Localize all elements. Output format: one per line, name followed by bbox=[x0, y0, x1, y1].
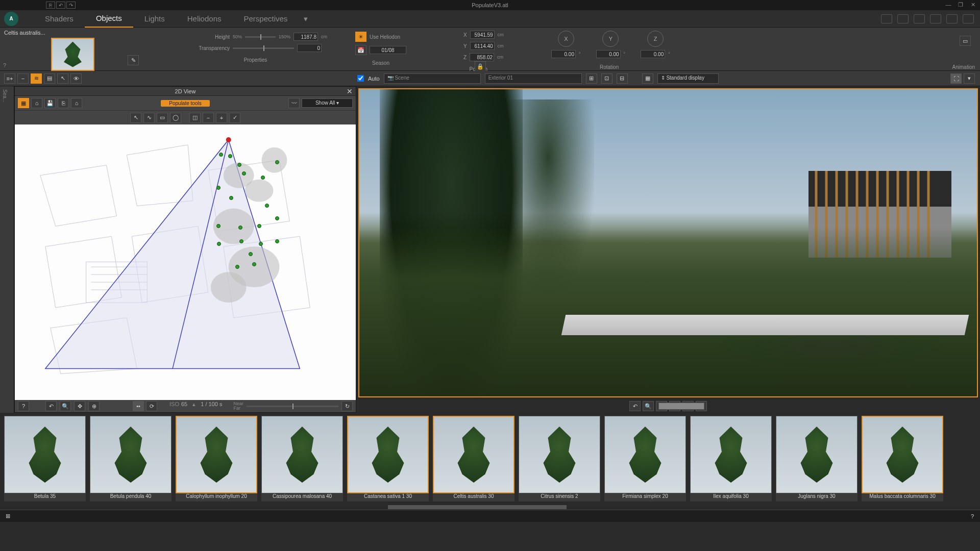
tool-minus[interactable]: − bbox=[17, 73, 29, 84]
catalog-item[interactable]: Citrus sinensis 2 bbox=[519, 416, 600, 502]
tool-layers[interactable]: ≋ bbox=[31, 73, 42, 84]
rc-zoom[interactable]: 🔍 bbox=[643, 401, 654, 411]
view2d-tool-wave[interactable]: 〰 bbox=[288, 98, 300, 108]
animation-toggle[interactable]: ▭ bbox=[960, 36, 971, 46]
rotate-z-button[interactable]: Z bbox=[647, 31, 664, 47]
map-undo[interactable]: ↶ bbox=[45, 401, 57, 411]
auto-checkbox[interactable] bbox=[357, 75, 364, 82]
rc-dots[interactable]: •• bbox=[133, 401, 144, 411]
calendar-icon[interactable]: 📅 bbox=[355, 45, 366, 55]
rot-y-input[interactable] bbox=[596, 50, 621, 58]
catalog-item[interactable]: Betula 35 bbox=[4, 416, 86, 502]
catalog-item[interactable]: Celtis australis 30 bbox=[433, 416, 514, 502]
light-tool-icon[interactable]: ✎ bbox=[128, 55, 139, 65]
rot-x-input[interactable] bbox=[551, 50, 576, 58]
save-icon[interactable]: ⎘ bbox=[46, 2, 55, 9]
map-canvas[interactable] bbox=[15, 124, 356, 400]
menuicon-6[interactable] bbox=[963, 14, 974, 23]
view-dropdown[interactable]: Exterior 01 bbox=[485, 73, 582, 84]
menu-shaders[interactable]: Shaders bbox=[34, 10, 85, 27]
tool-eye[interactable]: 👁 bbox=[70, 73, 82, 84]
shape-minus[interactable]: − bbox=[203, 113, 214, 123]
close-button[interactable]: ✕ bbox=[968, 2, 978, 9]
pos-y-input[interactable] bbox=[470, 42, 495, 50]
maximize-button[interactable]: ❐ bbox=[955, 2, 966, 9]
shape-pointer[interactable]: ↖ bbox=[130, 113, 141, 123]
pos-x-input[interactable] bbox=[470, 31, 495, 39]
close-icon[interactable]: ✕ bbox=[346, 87, 354, 95]
map-move[interactable]: ✥ bbox=[74, 401, 85, 411]
catalog-item[interactable]: Castanea sativa 1 30 bbox=[347, 416, 429, 502]
view-btn-1[interactable]: ⊞ bbox=[586, 73, 597, 84]
shape-curve[interactable]: ∿ bbox=[143, 113, 155, 123]
view2d-tool-export[interactable]: ⎘ bbox=[58, 98, 69, 108]
rotate-y-button[interactable]: Y bbox=[602, 31, 619, 47]
catalog-item[interactable]: Betula pendula 40 bbox=[90, 416, 172, 502]
shape-cube[interactable]: ◫ bbox=[189, 113, 201, 123]
catalog-item[interactable]: Cassipourea malosana 40 bbox=[261, 416, 343, 502]
view2d-tool-grid[interactable]: ▦ bbox=[18, 98, 29, 108]
position-lock-icon[interactable]: 🔒 bbox=[475, 61, 486, 71]
object-thumbnail[interactable] bbox=[51, 38, 94, 71]
menu-perspectives[interactable]: Perspectives bbox=[232, 10, 299, 27]
view-btn-4[interactable]: ▦ bbox=[642, 73, 653, 84]
minimize-button[interactable]: — bbox=[943, 2, 953, 9]
display-mode-dropdown[interactable]: ⇕ Standard display bbox=[657, 73, 719, 84]
redo-icon[interactable]: ↷ bbox=[66, 2, 76, 9]
tool-pointer[interactable]: ↖ bbox=[57, 73, 68, 84]
near-far-slider[interactable] bbox=[247, 406, 338, 407]
catalog-item[interactable]: Calophyllum inophyllum 20 bbox=[176, 416, 257, 502]
sun-icon[interactable]: ☀ bbox=[355, 32, 366, 42]
menu-more[interactable]: ▾ bbox=[299, 10, 313, 28]
catalog-item[interactable]: Juglans nigra 30 bbox=[776, 416, 857, 502]
sb-1[interactable]: ⊞ bbox=[4, 513, 11, 520]
rc-refresh[interactable]: ⟳ bbox=[146, 401, 157, 411]
rot-z-input[interactable] bbox=[641, 50, 665, 58]
view-more[interactable]: ▾ bbox=[964, 73, 975, 84]
rc-undo[interactable]: ↶ bbox=[629, 401, 641, 411]
view-btn-3[interactable]: ⊟ bbox=[617, 73, 628, 84]
catalog-item[interactable]: Firmiana simplex 20 bbox=[604, 416, 686, 502]
catalog-item[interactable]: Ilex aquifolia 30 bbox=[690, 416, 772, 502]
showall-dropdown[interactable]: Show All ▾ bbox=[302, 98, 353, 108]
map-reset[interactable]: ↻ bbox=[341, 401, 353, 411]
rotate-x-button[interactable]: X bbox=[558, 31, 574, 47]
menuicon-2[interactable] bbox=[897, 14, 909, 23]
menuicon-3[interactable] bbox=[914, 14, 925, 23]
height-input[interactable] bbox=[293, 33, 318, 41]
map-target[interactable]: ⊕ bbox=[88, 401, 100, 411]
height-slider[interactable] bbox=[245, 36, 276, 38]
menuicon-1[interactable] bbox=[881, 14, 892, 23]
view-expand[interactable]: ⛶ bbox=[950, 73, 962, 84]
menuicon-5[interactable] bbox=[946, 14, 958, 23]
map-zoom[interactable]: 🔍 bbox=[60, 401, 71, 411]
undo-icon[interactable]: ↶ bbox=[56, 2, 65, 9]
menuicon-4[interactable] bbox=[930, 14, 941, 23]
scene-dropdown[interactable]: 📷 Scene bbox=[384, 73, 481, 84]
shape-ellipse[interactable]: ◯ bbox=[170, 113, 181, 123]
menu-objects[interactable]: Objects bbox=[85, 10, 133, 28]
pos-z-input[interactable] bbox=[470, 53, 494, 61]
map-help[interactable]: ? bbox=[18, 401, 29, 411]
transparency-input[interactable] bbox=[297, 44, 322, 52]
status-bar: ⊞ ? bbox=[0, 510, 980, 522]
transparency-slider[interactable] bbox=[233, 47, 294, 49]
view2d-tool-home[interactable]: ⌂ bbox=[31, 98, 42, 108]
shape-plus[interactable]: + bbox=[216, 113, 227, 123]
view2d-tool-house[interactable]: ⌂ bbox=[71, 98, 82, 108]
help-icon[interactable]: ? bbox=[3, 62, 6, 68]
app-logo-icon[interactable]: A bbox=[4, 12, 18, 26]
menu-heliodons[interactable]: Heliodons bbox=[176, 10, 233, 27]
tool-stack[interactable]: ▤ bbox=[44, 73, 55, 84]
render-viewport[interactable] bbox=[358, 88, 978, 397]
view-btn-2[interactable]: ⊡ bbox=[601, 73, 612, 84]
shape-check[interactable]: ✓ bbox=[229, 113, 240, 123]
view2d-tool-save[interactable]: 💾 bbox=[44, 98, 56, 108]
menu-lights[interactable]: Lights bbox=[133, 10, 176, 27]
date-input[interactable] bbox=[370, 46, 406, 54]
catalog-scrollbar[interactable] bbox=[388, 505, 567, 509]
catalog-item[interactable]: Malus baccata columnaris 30 bbox=[862, 416, 943, 502]
sb-help[interactable]: ? bbox=[969, 513, 976, 520]
shape-rect[interactable]: ▭ bbox=[157, 113, 168, 123]
tool-add[interactable]: ≡+ bbox=[4, 73, 15, 84]
